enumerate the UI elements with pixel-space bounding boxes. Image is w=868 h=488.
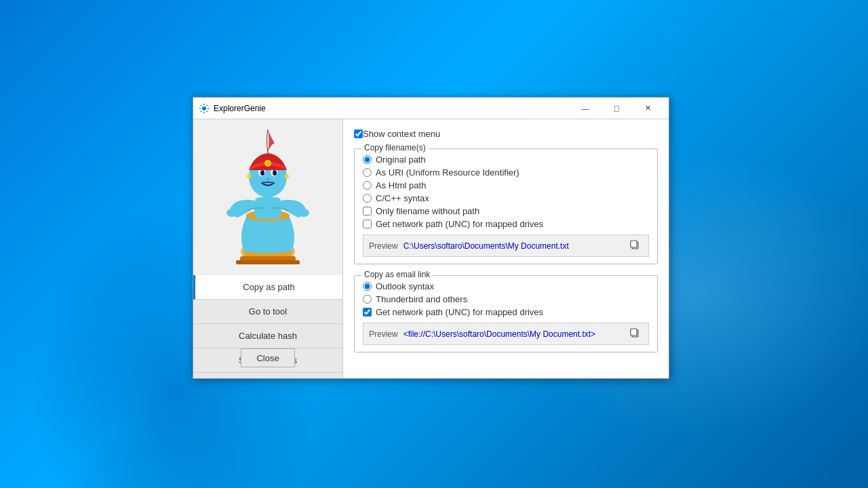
svg-rect-4 [236,260,300,264]
email-get-network-path-checkbox[interactable] [363,308,372,317]
app-icon [199,103,210,114]
svg-point-20 [247,174,251,178]
copy-email-group: Copy as email link Outlook syntax Thunde… [354,275,658,352]
svg-point-17 [266,178,270,180]
only-filename-label[interactable]: Only filename without path [376,206,479,216]
copy-filenames-group: Copy filename(s) Original path As URI (U… [354,148,658,264]
radio-as-html-row: As Html path [363,180,649,190]
copy-email-preview-button[interactable] [627,326,643,342]
tab-calculate-hash[interactable]: Calculate hash [193,324,342,348]
only-filename-row: Only filename without path [363,206,649,216]
copy-email-legend: Copy as email link [361,270,433,279]
svg-point-0 [202,106,206,110]
preview-row: Preview C:\Users\softaro\Documents\My Do… [363,235,649,257]
copy-preview-button[interactable] [627,238,643,253]
copy-filenames-legend: Copy filename(s) [361,143,429,152]
radio-as-uri-row: As URI (Uniform Resource Identifier) [363,167,649,178]
radio-thunderbird[interactable] [363,295,372,304]
only-filename-checkbox[interactable] [363,207,372,216]
get-network-path-label[interactable]: Get network path (UNC) for mapped drives [376,219,543,229]
svg-rect-25 [631,329,637,336]
radio-original-path[interactable] [363,155,372,164]
window-controls: — ⎕ ✕ [570,98,663,119]
radio-as-html-label[interactable]: As Html path [376,180,426,190]
radio-original-path-row: Original path [363,155,649,165]
show-context-menu-label[interactable]: Show context menu [363,129,440,139]
radio-original-path-label[interactable]: Original path [376,155,426,165]
svg-point-19 [266,161,270,165]
svg-point-16 [275,173,277,175]
svg-point-8 [298,209,309,217]
radio-cpp[interactable] [363,194,372,203]
radio-cpp-label[interactable]: C/C++ syntax [376,193,429,203]
get-network-path-row: Get network path (UNC) for mapped drives [363,219,649,229]
window-body: Copy as path Go to tool Calculate hash S… [193,119,669,378]
svg-rect-23 [631,241,637,247]
svg-point-7 [226,209,237,217]
radio-thunderbird-label[interactable]: Thunderbird and others [376,294,467,304]
minimize-button[interactable]: — [570,98,601,119]
email-preview-label: Preview [369,329,398,339]
email-preview-value: <file://C:\Users\softaro\Documents\My Do… [403,329,627,339]
preview-label: Preview [369,241,398,251]
radio-outlook-row: Outlook syntax [363,281,649,291]
context-menu-row: Show context menu [354,129,658,139]
radio-outlook-label[interactable]: Outlook syntax [376,281,434,291]
email-preview-row: Preview <file://C:\Users\softaro\Documen… [363,323,649,345]
close-main-button[interactable]: Close [241,348,295,367]
radio-as-html[interactable] [363,181,372,190]
radio-as-uri-label[interactable]: As URI (Uniform Resource Identifier) [376,167,519,178]
radio-as-uri[interactable] [363,168,372,177]
tab-go-to-tool[interactable]: Go to tool [193,300,342,324]
radio-cpp-row: C/C++ syntax [363,193,649,203]
tab-copy-as-path[interactable]: Copy as path [193,275,342,300]
window-close-button[interactable]: ✕ [632,98,663,119]
genie-illustration [210,126,326,268]
window-title: ExplorerGenie [214,104,570,113]
svg-point-21 [285,174,289,178]
preview-value: C:\Users\softaro\Documents\My Document.t… [403,241,627,251]
close-button-area: Close [241,348,295,367]
tab-information[interactable]: Information [193,373,342,378]
svg-point-15 [262,173,264,175]
right-panel: Show context menu Copy filename(s) Origi… [342,119,669,378]
show-context-menu-checkbox[interactable] [354,129,363,138]
radio-outlook[interactable] [363,282,372,291]
radio-thunderbird-row: Thunderbird and others [363,294,649,304]
left-panel: Copy as path Go to tool Calculate hash S… [193,119,342,378]
maximize-button[interactable]: ⎕ [601,98,632,119]
main-window: ExplorerGenie — ⎕ ✕ [193,97,669,379]
email-get-network-path-label[interactable]: Get network path (UNC) for mapped drives [376,307,543,317]
email-network-path-row: Get network path (UNC) for mapped drives [363,307,649,317]
title-bar: ExplorerGenie — ⎕ ✕ [193,98,669,119]
get-network-path-checkbox[interactable] [363,220,372,228]
